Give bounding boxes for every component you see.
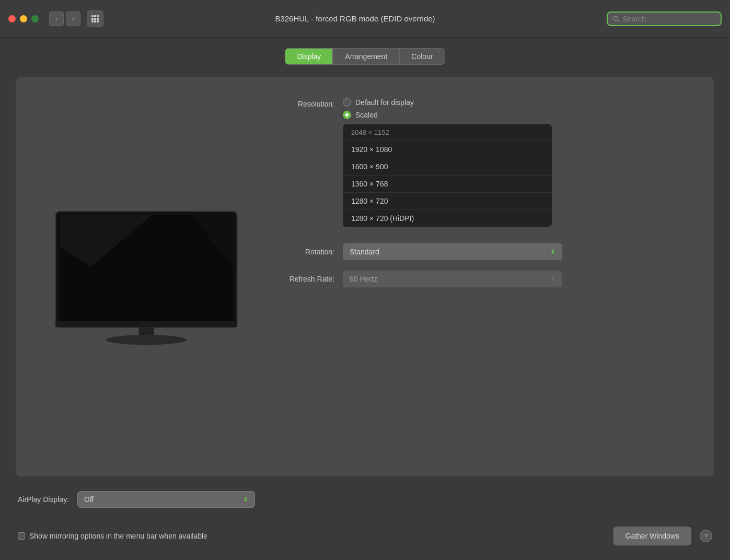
mirror-checkbox-area[interactable]: Show mirroring options in the menu bar w… — [18, 532, 207, 540]
title-bar: ‹ › B326HUL - forced RGB mode (EDID over… — [0, 0, 730, 38]
rotation-label: Rotation: — [277, 248, 334, 256]
search-icon — [613, 15, 620, 22]
resolution-default-label: Default for display — [355, 98, 414, 107]
back-button[interactable]: ‹ — [49, 11, 64, 26]
monitor-image — [47, 206, 246, 347]
resolution-item-4[interactable]: 1280 × 720 — [343, 193, 552, 210]
tab-arrangement[interactable]: Arrangement — [333, 48, 399, 65]
svg-rect-5 — [97, 18, 99, 20]
svg-rect-3 — [91, 18, 94, 20]
rotation-row: Rotation: Standard ⬍ — [277, 243, 693, 260]
resolution-item-0[interactable]: 2048 × 1152 — [343, 124, 552, 141]
mirror-label: Show mirroring options in the menu bar w… — [29, 532, 207, 540]
svg-rect-2 — [97, 15, 99, 17]
search-box[interactable] — [607, 11, 722, 26]
radio-scaled[interactable] — [343, 111, 351, 119]
resolution-item-1[interactable]: 1920 × 1080 — [343, 141, 552, 158]
resolution-list: 2048 × 1152 1920 × 1080 1600 × 900 1360 … — [343, 124, 552, 227]
resolution-item-5[interactable]: 1280 × 720 (HiDPI) — [343, 210, 552, 227]
refresh-rate-value: 60 Hertz — [350, 275, 377, 283]
airplay-row: AirPlay Display: Off ⬍ — [16, 485, 714, 514]
window-title: B326HUL - forced RGB mode (EDID override… — [110, 14, 600, 23]
search-input[interactable] — [623, 15, 715, 23]
grid-button[interactable] — [87, 10, 103, 27]
resolution-default-option[interactable]: Default for display — [343, 98, 552, 107]
rotation-arrow-icon: ⬍ — [550, 248, 555, 255]
tab-display[interactable]: Display — [285, 48, 333, 65]
svg-rect-7 — [94, 20, 96, 22]
display-panel: Resolution: Default for display Scaled 2 — [16, 77, 714, 476]
svg-rect-4 — [94, 18, 96, 20]
resolution-scaled-label: Scaled — [355, 111, 378, 119]
forward-button[interactable]: › — [66, 11, 80, 26]
rotation-value: Standard — [350, 248, 379, 256]
refresh-rate-select: 60 Hertz ⬍ — [343, 271, 562, 287]
close-button[interactable] — [8, 15, 16, 22]
svg-point-16 — [106, 335, 187, 345]
refresh-rate-arrow-icon: ⬍ — [550, 275, 555, 283]
mirror-row: Show mirroring options in the menu bar w… — [16, 522, 714, 550]
main-content: Display Arrangement Colour — [0, 38, 730, 560]
airplay-select[interactable]: Off ⬍ — [77, 491, 255, 508]
monitor-area — [37, 93, 256, 461]
svg-rect-6 — [91, 20, 94, 22]
resolution-label: Resolution: — [277, 98, 334, 108]
airplay-value: Off — [84, 495, 94, 504]
settings-area: Resolution: Default for display Scaled 2 — [277, 93, 693, 461]
radio-default[interactable] — [343, 98, 351, 107]
minimize-button[interactable] — [20, 15, 27, 22]
svg-rect-1 — [94, 15, 96, 17]
tabs: Display Arrangement Colour — [16, 48, 714, 65]
resolution-scaled-option[interactable]: Scaled — [343, 111, 552, 119]
svg-line-10 — [618, 20, 619, 21]
tab-colour[interactable]: Colour — [399, 48, 445, 65]
svg-rect-8 — [97, 20, 99, 22]
mirror-checkbox[interactable] — [18, 532, 25, 540]
resolution-item-3[interactable]: 1360 × 768 — [343, 176, 552, 193]
resolution-item-2[interactable]: 1600 × 900 — [343, 158, 552, 176]
nav-buttons: ‹ › — [49, 11, 80, 26]
help-button[interactable]: ? — [700, 530, 712, 542]
airplay-label: AirPlay Display: — [18, 495, 69, 504]
resolution-row: Resolution: Default for display Scaled 2 — [277, 98, 693, 227]
maximize-button[interactable] — [31, 15, 39, 22]
gather-windows-button[interactable]: Gather Windows — [613, 527, 691, 545]
refresh-rate-label: Refresh Rate: — [277, 275, 334, 283]
airplay-arrow-icon: ⬍ — [243, 496, 248, 503]
traffic-lights — [8, 15, 39, 22]
svg-rect-0 — [91, 15, 94, 17]
rotation-select[interactable]: Standard ⬍ — [343, 243, 562, 260]
refresh-rate-row: Refresh Rate: 60 Hertz ⬍ — [277, 271, 693, 287]
svg-rect-17 — [55, 321, 237, 328]
